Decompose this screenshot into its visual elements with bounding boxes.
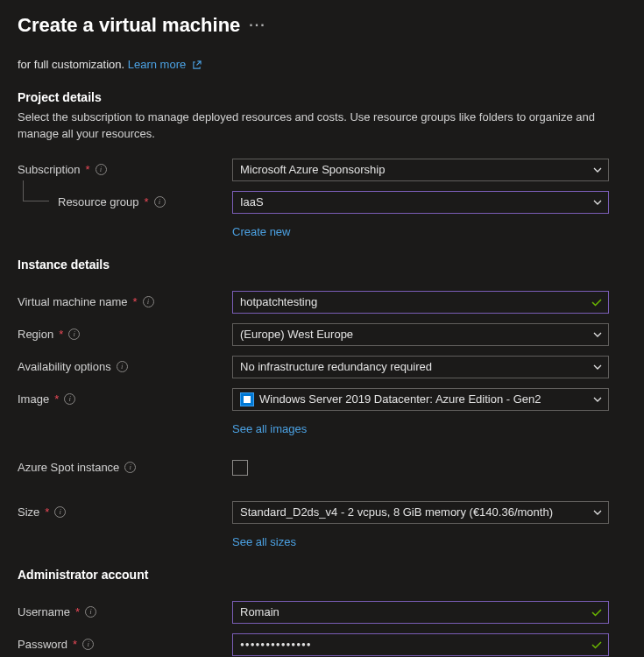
region-select[interactable]: (Europe) West Europe <box>232 323 609 346</box>
info-icon[interactable]: i <box>68 328 80 340</box>
required-indicator: * <box>54 392 59 406</box>
subscription-label: Subscription * i <box>18 163 232 176</box>
chevron-down-icon <box>592 165 603 175</box>
username-input[interactable] <box>232 601 609 624</box>
size-select[interactable]: Standard_D2ds_v4 - 2 vcpus, 8 GiB memory… <box>232 501 609 524</box>
required-indicator: * <box>133 295 138 308</box>
info-icon[interactable]: i <box>117 361 128 372</box>
availability-select[interactable]: No infrastructure redundancy required <box>232 356 609 378</box>
username-field[interactable] <box>240 605 585 618</box>
windows-icon <box>240 392 254 406</box>
info-icon[interactable]: i <box>154 196 166 208</box>
chevron-down-icon <box>592 362 603 372</box>
project-details-heading: Project details <box>18 90 626 104</box>
admin-account-heading: Administrator account <box>18 568 626 582</box>
create-new-rg-link[interactable]: Create new <box>232 225 290 238</box>
required-indicator: * <box>86 163 90 176</box>
info-icon[interactable]: i <box>143 296 154 307</box>
chevron-down-icon <box>592 507 603 518</box>
required-indicator: * <box>73 638 77 651</box>
chevron-down-icon <box>592 329 603 340</box>
image-select[interactable]: Windows Server 2019 Datacenter: Azure Ed… <box>232 388 609 411</box>
required-indicator: * <box>145 195 149 208</box>
see-all-images-link[interactable]: See all images <box>232 422 307 435</box>
info-icon[interactable]: i <box>82 639 94 650</box>
instance-details-heading: Instance details <box>18 258 626 272</box>
info-icon[interactable]: i <box>85 606 96 618</box>
resource-group-label: Resource group * i <box>58 195 232 208</box>
chevron-down-icon <box>592 197 603 208</box>
vm-name-field[interactable] <box>240 295 585 308</box>
check-icon <box>591 296 603 308</box>
external-link-icon <box>192 60 202 70</box>
username-label: Username * i <box>18 605 232 618</box>
indent-connector <box>23 180 49 201</box>
more-actions-icon[interactable]: ··· <box>249 18 265 33</box>
availability-label: Availability options i <box>18 360 232 373</box>
spot-instance-label: Azure Spot instance i <box>18 461 232 474</box>
subscription-select[interactable]: Microsoft Azure Sponsorship <box>232 159 609 181</box>
vm-name-input[interactable] <box>232 291 609 314</box>
info-icon[interactable]: i <box>64 393 75 405</box>
page-title: Create a virtual machine ··· <box>18 14 626 37</box>
required-indicator: * <box>75 605 80 618</box>
check-icon <box>591 639 603 651</box>
spot-instance-checkbox[interactable] <box>232 460 248 476</box>
page-title-text: Create a virtual machine <box>18 14 240 37</box>
vm-name-label: Virtual machine name * i <box>18 295 232 308</box>
intro-text: for full customization. Learn more <box>18 58 626 71</box>
password-label: Password * i <box>18 638 232 651</box>
info-icon[interactable]: i <box>124 462 136 473</box>
required-indicator: * <box>59 328 63 341</box>
info-icon[interactable]: i <box>54 506 66 518</box>
region-label: Region * i <box>18 328 232 341</box>
see-all-sizes-link[interactable]: See all sizes <box>232 535 296 548</box>
size-label: Size * i <box>18 505 232 519</box>
resource-group-select[interactable]: IaaS <box>232 191 609 214</box>
image-label: Image * i <box>18 392 232 406</box>
project-details-desc: Select the subscription to manage deploy… <box>18 110 626 143</box>
check-icon <box>591 606 603 618</box>
password-input[interactable]: ●●●●●●●●●●●●●● <box>232 633 609 656</box>
chevron-down-icon <box>592 394 603 405</box>
info-icon[interactable]: i <box>96 164 107 175</box>
learn-more-link[interactable]: Learn more <box>128 58 202 71</box>
required-indicator: * <box>45 505 49 519</box>
